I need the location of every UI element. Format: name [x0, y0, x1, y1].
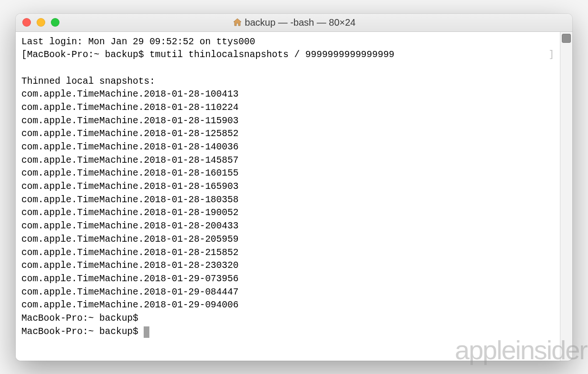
snapshot-line: com.apple.TimeMachine.2018-01-29-073956: [21, 273, 554, 286]
traffic-lights: [22, 18, 59, 27]
blank-line: [21, 62, 554, 75]
command-text: tmutil thinlocalsnapshots / 999999999999…: [149, 49, 394, 60]
title-bar[interactable]: backup — -bash — 80×24: [16, 14, 572, 32]
prompt: MacBook-Pro:~ backup$: [27, 49, 144, 60]
scrollbar-track[interactable]: [560, 32, 572, 361]
snapshot-line: com.apple.TimeMachine.2018-01-28-125852: [21, 128, 554, 141]
close-button[interactable]: [22, 18, 31, 27]
title-container: backup — -bash — 80×24: [21, 17, 567, 28]
snapshot-line: com.apple.TimeMachine.2018-01-28-200433: [21, 220, 554, 233]
terminal-body: Last login: Mon Jan 29 09:52:52 on ttys0…: [16, 32, 572, 361]
snapshot-line: com.apple.TimeMachine.2018-01-28-110224: [21, 101, 554, 115]
output-header: Thinned local snapshots:: [21, 75, 554, 89]
terminal-window: backup — -bash — 80×24 Last login: Mon J…: [16, 14, 572, 361]
snapshot-line: com.apple.TimeMachine.2018-01-29-084447: [21, 286, 554, 299]
snapshot-line: com.apple.TimeMachine.2018-01-28-140036: [21, 141, 554, 154]
snapshot-line: com.apple.TimeMachine.2018-01-28-165903: [21, 180, 554, 194]
window-title: backup — -bash — 80×24: [245, 17, 356, 28]
snapshot-line: com.apple.TimeMachine.2018-01-28-215852: [21, 246, 554, 260]
snapshot-line: com.apple.TimeMachine.2018-01-28-115903: [21, 115, 554, 128]
snapshot-line: com.apple.TimeMachine.2018-01-28-205959: [21, 233, 554, 246]
command-line: [MacBook-Pro:~ backup$ tmutil thinlocals…: [21, 49, 554, 62]
snapshot-line: com.apple.TimeMachine.2018-01-28-180358: [21, 194, 554, 207]
empty-prompt-1: MacBook-Pro:~ backup$: [21, 312, 554, 325]
snapshot-line: com.apple.TimeMachine.2018-01-28-230320: [21, 259, 554, 273]
last-login-line: Last login: Mon Jan 29 09:52:52 on ttys0…: [21, 36, 554, 49]
active-prompt[interactable]: MacBook-Pro:~ backup$: [21, 325, 554, 339]
scrollbar-thumb[interactable]: [562, 34, 571, 43]
terminal-content[interactable]: Last login: Mon Jan 29 09:52:52 on ttys0…: [16, 32, 560, 361]
snapshot-line: com.apple.TimeMachine.2018-01-28-145857: [21, 154, 554, 167]
snapshot-line: com.apple.TimeMachine.2018-01-28-100413: [21, 88, 554, 101]
snapshot-line: com.apple.TimeMachine.2018-01-28-160155: [21, 167, 554, 180]
cursor: [144, 326, 149, 338]
minimize-button[interactable]: [37, 18, 45, 27]
snapshot-line: com.apple.TimeMachine.2018-01-28-190052: [21, 207, 554, 220]
snapshot-line: com.apple.TimeMachine.2018-01-29-094006: [21, 299, 554, 312]
home-icon: [233, 18, 242, 27]
maximize-button[interactable]: [51, 18, 59, 27]
